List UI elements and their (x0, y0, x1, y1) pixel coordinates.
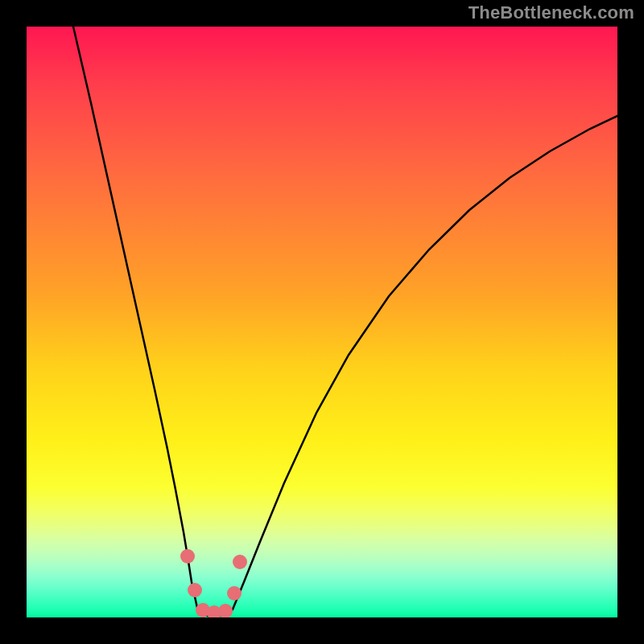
chart-svg (27, 27, 617, 617)
chart-frame: TheBottleneck.com (0, 0, 644, 644)
marker-point (180, 549, 195, 564)
marker-point (188, 583, 202, 597)
bottleneck-curve (73, 27, 617, 617)
marker-point (227, 586, 242, 601)
watermark-text: TheBottleneck.com (469, 2, 634, 23)
chart-markers (180, 549, 247, 617)
marker-point (233, 555, 247, 569)
chart-plot-area (27, 27, 617, 617)
marker-point (218, 604, 233, 617)
